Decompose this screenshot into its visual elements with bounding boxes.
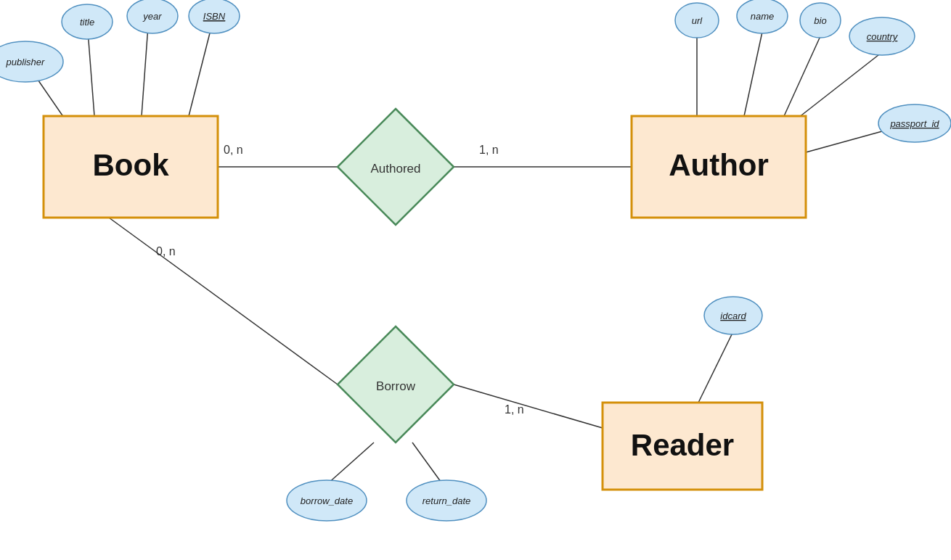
cardinality-authored-author: 1, n [479, 144, 499, 156]
attr-idcard-label: idcard [720, 310, 746, 321]
rel-borrow-label: Borrow [376, 379, 416, 393]
cardinality-borrow-reader: 1, n [505, 403, 524, 416]
attr-country-label: country [867, 31, 899, 42]
svg-line-7 [799, 52, 882, 118]
attr-borrow-date-label: borrow_date [301, 495, 353, 506]
attr-return-date-label: return_date [423, 495, 471, 506]
attr-year-label: year [142, 11, 162, 22]
cardinality-book-borrow: 0, n [156, 245, 176, 258]
entity-author-label: Author [669, 148, 769, 182]
attr-isbn-label: ISBN [203, 11, 226, 22]
entity-book-label: Book [93, 148, 170, 182]
attr-publisher-label: publisher [6, 57, 45, 67]
entity-reader-label: Reader [631, 428, 734, 462]
attr-bio-label: bio [814, 15, 826, 26]
attr-name-label: name [751, 11, 775, 22]
attr-url-label: url [692, 15, 703, 26]
cardinality-book-authored: 0, n [224, 144, 243, 156]
svg-line-5 [744, 32, 762, 116]
er-diagram: 0, n 1, n 0, n 1, n Book Author Reader A… [0, 0, 951, 560]
attr-passport-id-label: passport_id [889, 118, 939, 129]
rel-authored-label: Authored [371, 162, 421, 176]
svg-line-10 [327, 442, 374, 485]
svg-line-9 [698, 332, 733, 403]
svg-line-15 [454, 384, 603, 428]
svg-line-11 [412, 442, 443, 485]
attr-title-label: title [80, 17, 94, 28]
svg-line-14 [109, 218, 338, 384]
